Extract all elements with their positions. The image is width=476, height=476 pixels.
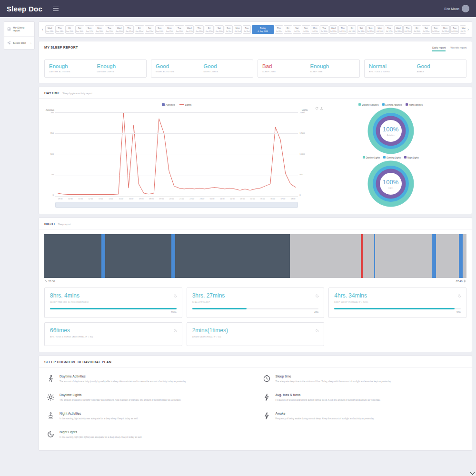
date-tab[interactable]: SatJun 16th	[75, 25, 84, 34]
date-next-arrow[interactable]: ›	[466, 27, 470, 32]
scroll-down-chevron-icon[interactable]	[470, 470, 475, 475]
plan-item-sleep-time: Sleep timeThe adequate sleep time is the…	[263, 369, 465, 388]
date-tab[interactable]: TueJun 26th	[175, 25, 184, 34]
night-panel: NIGHT Sleep report 23:36 07:40 8hrs. 4mi…	[39, 218, 472, 352]
date-tab[interactable]: TueJun 19th	[105, 25, 114, 34]
date-tab[interactable]: FriJul 20th	[413, 25, 421, 34]
date-prev-arrow[interactable]: ‹	[41, 27, 44, 32]
metric-label: AWAKE	[417, 70, 462, 73]
date-tab[interactable]: MonJul 2nd	[234, 25, 242, 34]
date-tab[interactable]: SatJul 14th	[357, 25, 366, 34]
legend-item[interactable]: Daytime Activities	[358, 103, 378, 106]
metric-value: Good	[204, 63, 249, 69]
legend-item[interactable]: Daytime Lights	[363, 156, 380, 159]
chevron-right-icon: ›	[30, 41, 31, 44]
metric-label: SLEEP TIME	[310, 70, 356, 73]
date-tab[interactable]: MonJun 25th	[165, 25, 174, 34]
summary-metric: EnoughDAYTIME ACTIVITIES	[49, 63, 94, 73]
date-tab[interactable]: SunJul 1st	[225, 25, 233, 34]
progress-percent: 95%	[334, 311, 461, 314]
summary-metric: GoodNIGHT ACTIVITIES	[156, 63, 201, 73]
date-tab[interactable]: FriJun 29th	[205, 25, 214, 34]
legend-swatch	[363, 156, 365, 159]
date-tab[interactable]: TueJul 3rd	[243, 25, 251, 34]
x-tick: 05:00	[258, 198, 268, 200]
legend-item[interactable]: Lights	[179, 103, 191, 106]
report-icon	[7, 27, 11, 31]
date-tab[interactable]: TueJul 24th	[450, 25, 459, 34]
date-tab[interactable]: WedJun 27th	[185, 25, 194, 34]
date-tab[interactable]: FriJun 22nd	[135, 25, 144, 34]
date-tab[interactable]: TueJul 17th	[385, 25, 393, 34]
legend-item[interactable]: Evening Lights	[383, 156, 401, 159]
hamburger-menu-icon[interactable]	[53, 7, 59, 11]
legend-item[interactable]: Evening Activities	[382, 103, 402, 106]
stat-label: AVG. TOSS & TURNS (ABNORMAL IF > 80)	[50, 336, 177, 338]
plan-item-desc: The amount of daytime sunlight yesterday…	[60, 398, 181, 402]
moon-icon	[315, 291, 319, 296]
date-tab[interactable]: ThuJul 5th	[275, 25, 283, 34]
date-tab[interactable]: FriJun 15th	[65, 25, 74, 34]
sidebar-item-my-sleep-report[interactable]: My Sleep report	[4, 22, 34, 37]
y-tick: 0	[299, 194, 308, 196]
date-tab[interactable]: WedJul 18th	[394, 25, 403, 34]
legend-item[interactable]: Night Lights	[404, 156, 419, 159]
donut-center-label: 100%Activities	[367, 108, 414, 154]
x-tick: 01:00	[217, 198, 227, 200]
legend-item[interactable]: Activities	[162, 103, 175, 106]
tab-weekly-report[interactable]: Weekly report	[450, 46, 466, 51]
date-tab[interactable]: WedJul 11th	[329, 25, 338, 34]
date-tab[interactable]: MonJun 18th	[95, 25, 104, 34]
date-tab[interactable]: SunJul 8th	[302, 25, 310, 34]
date-tab[interactable]: ThuJul 19th	[403, 25, 412, 34]
date-tab[interactable]: TueJul 10th	[320, 25, 328, 34]
date-tab[interactable]: ThuJun 28th	[195, 25, 204, 34]
date-tab[interactable]: ThuJun 21st	[125, 25, 134, 34]
x-tick: 15:00	[116, 198, 126, 200]
legend-swatch	[404, 156, 407, 159]
daytime-x-labels: 09:0010:0011:0012:0013:0014:0015:0016:00…	[55, 198, 298, 200]
stat-label: AWAKE (ABNORMAL IF > 10)	[192, 336, 319, 338]
date-tab[interactable]: FriJul 13th	[347, 25, 356, 34]
date-tab[interactable]: MonJul 9th	[311, 25, 319, 34]
date-tab[interactable]: SatJul 7th	[293, 25, 301, 34]
plan-item-desc: Frequency of being awake during normal s…	[276, 417, 375, 420]
date-tab[interactable]: MonJul 23rd	[441, 25, 449, 34]
metric-label: NIGHT LIGHTS	[204, 70, 249, 73]
user-chip[interactable]: Eric Moon	[444, 5, 469, 12]
date-tab[interactable]: WedJul 25th	[460, 25, 466, 34]
date-tab[interactable]: WedJun 20th	[115, 25, 124, 34]
walk-icon	[47, 375, 55, 383]
metric-value: Enough	[49, 63, 94, 69]
date-tab[interactable]: MonJul 16th	[376, 25, 384, 34]
date-tab[interactable]: SunJun 17th	[85, 25, 94, 34]
plan-item-desc: Frequency of tossing and turning during …	[276, 398, 381, 402]
avatar[interactable]	[462, 5, 469, 12]
date-tab[interactable]: SatJun 30th	[215, 25, 224, 34]
tab-daily-report[interactable]: Daily report	[432, 46, 446, 51]
sleep-timeline[interactable]	[44, 234, 466, 278]
save-icon[interactable]	[320, 103, 323, 107]
plan-item-title: Daytime Activities	[60, 375, 186, 378]
plan-item-night-lights: Night LightsIn the evening, light (dim l…	[47, 425, 248, 444]
date-tab[interactable]: WedJun 13th	[45, 25, 54, 34]
y-tick: 100	[45, 153, 54, 155]
app-logo: Sleep Doc	[7, 5, 42, 13]
date-tab[interactable]: ThuJul 12th	[338, 25, 347, 34]
date-tab[interactable]: SunJul 22nd	[431, 25, 440, 34]
sidebar-item-sleep-plan[interactable]: Sleep plan ›	[4, 37, 34, 49]
refresh-icon[interactable]	[315, 103, 318, 107]
x-tick: 08:00	[288, 198, 298, 200]
date-tab[interactable]: ThuJun 14th	[55, 25, 64, 34]
date-tab[interactable]: SunJul 15th	[366, 25, 375, 34]
date-tab[interactable]: SatJul 21st	[422, 25, 430, 34]
date-tab-today[interactable]: Today4. July 2018	[252, 25, 274, 34]
date-tab[interactable]: FriJul 6th	[284, 25, 292, 34]
legend-item[interactable]: Night Activities	[406, 103, 423, 106]
date-tab[interactable]: SatJun 23rd	[145, 25, 154, 34]
date-tab[interactable]: SunJun 24th	[155, 25, 164, 34]
chart-scroll-brush[interactable]	[55, 202, 298, 208]
summary-card: BadSLEEP LIGHTEnoughSLEEP TIME	[258, 60, 360, 78]
x-tick: 23:00	[197, 198, 207, 200]
plan-item-desc: The amount of daytime activity (mostly b…	[60, 380, 186, 383]
